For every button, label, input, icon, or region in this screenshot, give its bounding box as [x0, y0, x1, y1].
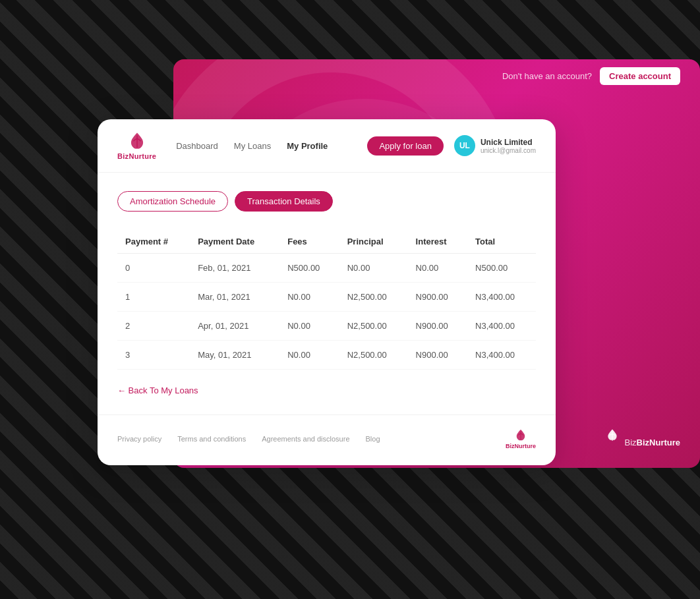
table-cell-2: N500.00 — [279, 254, 339, 283]
table-cell-2: N0.00 — [279, 341, 339, 370]
table-cell-5: N3,400.00 — [467, 283, 536, 312]
footer-logo: BizNurture — [506, 428, 536, 449]
col-principal: Principal — [339, 230, 408, 254]
user-name: Unick Limited — [481, 138, 536, 147]
table-cell-1: Mar, 01, 2021 — [190, 283, 279, 312]
table-cell-2: N0.00 — [279, 283, 339, 312]
col-payment-date: Payment Date — [190, 230, 279, 254]
table-cell-5: N500.00 — [467, 254, 536, 283]
footer-terms[interactable]: Terms and conditions — [177, 435, 246, 443]
table-cell-0: 0 — [117, 254, 190, 283]
table-header: Payment # Payment Date Fees Principal In… — [117, 230, 536, 254]
table-cell-3: N2,500.00 — [339, 341, 408, 370]
nav-my-loans[interactable]: My Loans — [234, 141, 271, 151]
pink-panel-logo-label: BizBizNurture — [624, 438, 680, 447]
top-bar: Don't have an account? Create account — [173, 59, 700, 92]
table-cell-0: 3 — [117, 341, 190, 370]
card-content: Amortization Schedule Transaction Detail… — [98, 173, 556, 414]
table-cell-0: 2 — [117, 312, 190, 341]
tab-group: Amortization Schedule Transaction Detail… — [117, 191, 536, 212]
pink-panel-logo: BizBizNurture — [603, 427, 680, 448]
table-cell-3: N2,500.00 — [339, 283, 408, 312]
table-cell-4: N900.00 — [408, 312, 467, 341]
table-cell-2: N0.00 — [279, 312, 339, 341]
create-account-button[interactable]: Create account — [600, 67, 680, 85]
nav-links: Dashboard My Loans My Profile — [176, 141, 361, 151]
footer-logo-icon — [513, 428, 528, 443]
nav-logo-icon — [127, 131, 148, 152]
col-fees: Fees — [279, 230, 339, 254]
tab-amortization-schedule[interactable]: Amortization Schedule — [117, 191, 228, 212]
card-footer: Privacy policy Terms and conditions Agre… — [98, 414, 556, 465]
table-cell-5: N3,400.00 — [467, 341, 536, 370]
main-card: BizNurture Dashboard My Loans My Profile… — [98, 119, 556, 465]
col-payment-num: Payment # — [117, 230, 190, 254]
col-interest: Interest — [408, 230, 467, 254]
table-cell-4: N900.00 — [408, 341, 467, 370]
transaction-table: Payment # Payment Date Fees Principal In… — [117, 230, 536, 370]
no-account-text: Don't have an account? — [502, 71, 592, 81]
table-row: 0Feb, 01, 2021N500.00N0.00N0.00N500.00 — [117, 254, 536, 283]
table-header-row: Payment # Payment Date Fees Principal In… — [117, 230, 536, 254]
apply-for-loan-button[interactable]: Apply for loan — [367, 136, 444, 156]
footer-agreements[interactable]: Agreements and disclosure — [262, 435, 349, 443]
table-cell-3: N0.00 — [339, 254, 408, 283]
table-row: 3May, 01, 2021N0.00N2,500.00N900.00N3,40… — [117, 341, 536, 370]
table-cell-4: N900.00 — [408, 283, 467, 312]
table-cell-1: Feb, 01, 2021 — [190, 254, 279, 283]
table-cell-5: N3,400.00 — [467, 312, 536, 341]
col-total: Total — [467, 230, 536, 254]
nav-logo: BizNurture — [117, 131, 156, 160]
footer-blog[interactable]: Blog — [366, 435, 380, 443]
nav-my-profile[interactable]: My Profile — [287, 141, 328, 151]
table-row: 2Apr, 01, 2021N0.00N2,500.00N900.00N3,40… — [117, 312, 536, 341]
table-row: 1Mar, 01, 2021N0.00N2,500.00N900.00N3,40… — [117, 283, 536, 312]
footer-logo-label: BizNurture — [506, 443, 536, 449]
user-badge: UL Unick Limited unick.l@gmail.com — [454, 135, 536, 156]
table-cell-0: 1 — [117, 283, 190, 312]
footer-links: Privacy policy Terms and conditions Agre… — [117, 435, 380, 443]
table-body: 0Feb, 01, 2021N500.00N0.00N0.00N500.001M… — [117, 254, 536, 370]
table-cell-4: N0.00 — [408, 254, 467, 283]
tab-transaction-details[interactable]: Transaction Details — [235, 191, 333, 212]
user-info: Unick Limited unick.l@gmail.com — [481, 138, 536, 154]
table-cell-1: Apr, 01, 2021 — [190, 312, 279, 341]
table-cell-1: May, 01, 2021 — [190, 341, 279, 370]
back-to-loans-link[interactable]: ← Back To My Loans — [117, 385, 198, 395]
table-cell-3: N2,500.00 — [339, 312, 408, 341]
user-email: unick.l@gmail.com — [481, 147, 536, 154]
user-avatar: UL — [454, 135, 475, 156]
nav-logo-label: BizNurture — [117, 152, 156, 160]
navigation: BizNurture Dashboard My Loans My Profile… — [98, 119, 556, 173]
nav-dashboard[interactable]: Dashboard — [176, 141, 218, 151]
pink-panel-logo-icon — [603, 427, 622, 445]
footer-privacy[interactable]: Privacy policy — [117, 435, 161, 443]
